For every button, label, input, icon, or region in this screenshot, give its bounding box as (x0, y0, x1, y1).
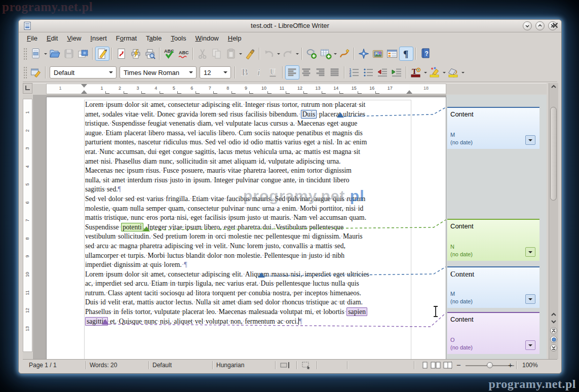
zoom-out-button[interactable]: − (456, 361, 461, 369)
text-line[interactable]: vestibulum·sollicitudin.·Sed·pretium·lor… (85, 232, 369, 242)
text-line[interactable]: ullamcorper·et·turpis.·Morbi·luctus·blan… (85, 251, 369, 261)
redo-dropdown-icon[interactable] (295, 47, 299, 61)
comment-menu-button[interactable] (525, 247, 535, 257)
selection-mode-icon[interactable] (301, 361, 312, 371)
font-color-dropdown-icon[interactable] (423, 65, 428, 80)
scrollbar-thumb[interactable] (550, 107, 557, 201)
insert-table-button[interactable] (319, 47, 333, 61)
text-line[interactable]: Suspendisse·potenti.·Integer·vitae·ipsum… (85, 223, 369, 232)
comment-menu-button[interactable] (525, 294, 535, 304)
text-line[interactable]: parturient·montes,·nascetur·ridiculus·mu… (85, 138, 369, 147)
comment-box[interactable]: ContentM(no date) (447, 107, 539, 149)
status-words[interactable]: Words: 20 (90, 362, 117, 369)
text-line[interactable]: imperdiet·dignissim·at·quis·lorem.·¶ (85, 260, 369, 270)
comment-menu-button[interactable] (525, 340, 535, 350)
maximize-button[interactable] (535, 21, 545, 30)
text-line[interactable]: amet,·sodales·vitae·velit.·Donec·gravida… (85, 110, 369, 120)
insert-table-dropdown-icon[interactable] (333, 47, 337, 61)
new-document-button[interactable] (29, 47, 43, 61)
help-button[interactable]: ? (418, 47, 433, 61)
print-file-button[interactable] (129, 47, 143, 61)
find-replace-button[interactable] (357, 47, 371, 61)
styles-formatting-button[interactable] (29, 65, 43, 80)
edit-file-button[interactable] (95, 47, 109, 61)
text-line[interactable]: sed·arcu·ac·magna·pharetra·adipiscing·ve… (85, 242, 369, 251)
status-page[interactable]: Page 1 / 1 (29, 362, 57, 369)
menu-table[interactable]: Table (142, 33, 166, 44)
status-style[interactable]: Default (152, 362, 172, 369)
previous-page-button[interactable] (550, 327, 557, 334)
comment-box[interactable]: ContentM(no date) (447, 266, 539, 308)
numbered-list-button[interactable]: 123 (347, 65, 361, 80)
menu-view[interactable]: View (63, 33, 85, 44)
ruler-corner[interactable] (23, 83, 32, 94)
comment-text[interactable]: Content (450, 316, 536, 323)
underline-button[interactable]: U (266, 65, 280, 80)
text-line[interactable]: tristique.·Suspendisse·feugiat·venenatis… (85, 119, 369, 129)
hyperlink-button[interactable] (304, 47, 319, 61)
menu-insert[interactable]: Insert (86, 33, 111, 44)
document-page[interactable]: Lorem·ipsum·dolor·sit·amet,·consectetur·… (46, 97, 446, 359)
align-right-button[interactable] (314, 65, 328, 80)
export-pdf-button[interactable] (114, 47, 129, 61)
zoom-slider-thumb[interactable] (487, 362, 493, 368)
align-center-button[interactable] (299, 65, 314, 80)
comment-text[interactable]: Content (450, 270, 536, 279)
text-line[interactable]: molestie,·quam·nulla·semper·quam,·consec… (85, 204, 369, 214)
text-line[interactable]: Duis·id·velit·erat,·mattis·auctor·lectus… (85, 298, 369, 307)
bullet-list-button[interactable] (361, 65, 375, 80)
open-button[interactable] (48, 47, 62, 61)
background-color-button[interactable] (446, 65, 460, 80)
menu-file[interactable]: File (23, 33, 42, 44)
zoom-level[interactable]: 100% (522, 362, 538, 369)
align-left-button[interactable] (285, 65, 299, 80)
comment-text[interactable]: Content (450, 222, 536, 230)
style-combobox[interactable]: Default (50, 66, 117, 79)
text-line[interactable]: erat.·Nunc·accumsan,·dui·eget·congue·sag… (85, 147, 369, 157)
data-sources-button[interactable] (385, 47, 399, 61)
minimize-button[interactable] (523, 21, 532, 30)
text-line[interactable]: mattis·tristique,·nunc·eros·porta·nisi,·… (85, 213, 369, 223)
document-text[interactable]: Lorem·ipsum·dolor·sit·amet,·consectetur·… (85, 100, 369, 326)
clone-formatting-button[interactable] (243, 47, 257, 61)
comment-box[interactable]: ContentN(no date) (447, 219, 539, 261)
view-book-icon[interactable] (442, 361, 453, 371)
decrease-indent-button[interactable] (375, 65, 390, 80)
font-combobox[interactable]: Times New Roman (120, 66, 197, 79)
horizontal-ruler[interactable]: 1123456789101112131415161718 (33, 83, 547, 94)
text-line[interactable]: sagittis·et.·Quisque·nunc·nisi,·aliquet·… (85, 317, 369, 327)
text-line[interactable]: Maecenas·nec·ipsum·risus.·Fusce·posuere,… (85, 166, 369, 176)
comment-text[interactable]: Content (450, 110, 536, 118)
new-document-dropdown-icon[interactable] (43, 47, 48, 61)
menu-tools[interactable]: Tools (167, 33, 190, 44)
menu-format[interactable]: Format (112, 33, 141, 44)
comment-menu-button[interactable] (525, 135, 535, 145)
increase-indent-button[interactable] (390, 65, 404, 80)
formatting-marks-button[interactable]: ¶ (399, 47, 413, 61)
view-single-page-icon[interactable] (421, 361, 429, 371)
page-preview-button[interactable] (143, 47, 157, 61)
close-document-icon[interactable] (551, 21, 559, 29)
view-multi-page-icon[interactable] (430, 361, 441, 371)
menu-window[interactable]: Window (191, 33, 223, 44)
text-line[interactable]: augue.·Etiam·placerat·libero·massa,·vel·… (85, 129, 369, 138)
zoom-in-button[interactable]: + (508, 361, 513, 369)
scroll-up2-icon[interactable] (550, 312, 557, 318)
status-language[interactable]: Hungarian (216, 362, 244, 369)
text-line[interactable]: Lorem·ipsum·dolor·sit·amet,·consectetur·… (85, 270, 369, 280)
background-color-dropdown-icon[interactable] (460, 65, 465, 80)
spelling-button[interactable]: ABC (162, 47, 176, 61)
text-line[interactable]: nulla,·sit·amet·interdum·risus·justo·in·… (85, 176, 369, 185)
titlebar[interactable]: test.odt - LibreOffice Writer (19, 20, 561, 32)
undo-dropdown-icon[interactable] (276, 47, 281, 61)
size-combobox[interactable]: 12 (200, 66, 231, 79)
text-line[interactable]: rutrum.·Class·aptent·taciti·sociosqu·ad·… (85, 289, 369, 298)
vertical-scrollbar[interactable] (549, 83, 558, 359)
text-line[interactable]: Phasellus·in·felis·tortor,·vulputate·pla… (85, 307, 369, 317)
italic-button[interactable]: i (252, 65, 266, 80)
email-document-button[interactable] (76, 47, 90, 61)
navigation-button[interactable] (550, 336, 557, 343)
justify-button[interactable] (328, 65, 342, 80)
menu-edit[interactable]: Edit (43, 33, 62, 44)
gallery-button[interactable] (371, 47, 385, 61)
